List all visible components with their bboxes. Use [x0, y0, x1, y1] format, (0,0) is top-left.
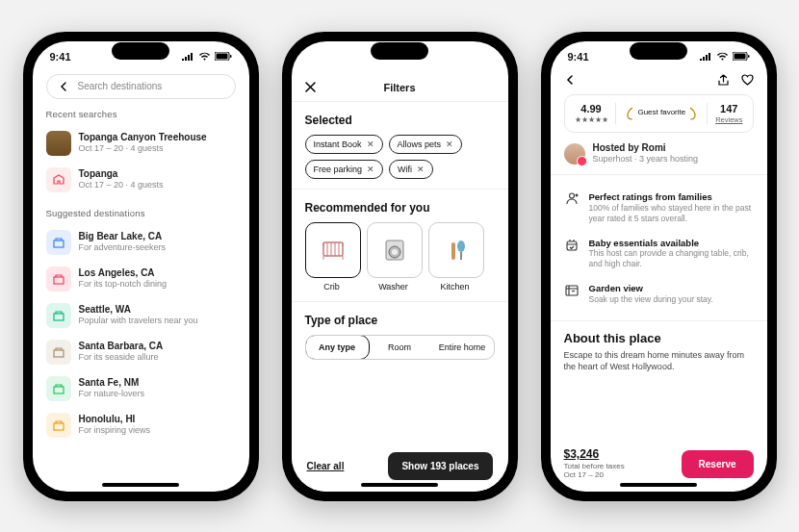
stars-icon: ★★★★★ — [575, 115, 608, 124]
filter-chip[interactable]: Wifi✕ — [389, 160, 433, 179]
svg-rect-12 — [323, 242, 343, 256]
remove-chip-icon[interactable]: ✕ — [446, 139, 453, 149]
suggestion-sub: For its seaside allure — [79, 352, 164, 363]
filter-chip[interactable]: Allows pets✕ — [389, 135, 463, 154]
price-sub: Total before taxes — [564, 462, 625, 470]
search-input[interactable]: Search destinations — [46, 74, 236, 99]
destination-icon — [46, 413, 71, 438]
recent-title: Topanga Canyon Treehouse — [79, 132, 207, 144]
phone-filters: 9:41 Filters Selected Instant Book✕Allow… — [282, 32, 518, 501]
location-icon — [46, 167, 71, 192]
suggestion-item[interactable]: Santa Fe, NMFor nature-lovers — [46, 370, 236, 407]
svg-rect-3 — [54, 241, 64, 247]
about-text: Escape to this dream home minutes away f… — [564, 349, 754, 372]
highlight-item: Baby essentials availableThis host can p… — [564, 231, 754, 276]
suggestion-sub: For inspiring views — [79, 425, 151, 436]
suggestion-item[interactable]: Los Angeles, CAFor its top-notch dining — [46, 261, 236, 297]
type-segmented[interactable]: Any typeRoomEntire home — [305, 335, 495, 360]
rating-card: 4.99 ★★★★★ Guest favorite 147 Reviews — [564, 94, 754, 133]
host-avatar — [564, 143, 585, 165]
notch — [371, 42, 428, 60]
host-row[interactable]: Hosted by Romi Superhost · 3 years hosti… — [564, 142, 754, 165]
signal-icon — [699, 52, 712, 61]
battery-icon — [474, 52, 491, 61]
svg-rect-16 — [451, 242, 455, 260]
share-icon[interactable] — [717, 74, 730, 87]
recent-title: Topanga — [79, 168, 164, 181]
notch — [112, 42, 169, 60]
heart-icon[interactable] — [741, 74, 754, 87]
close-icon[interactable] — [305, 82, 316, 92]
price-dates: Oct 17 – 20 — [564, 470, 625, 479]
suggestion-sub: For nature-lovers — [79, 389, 145, 399]
svg-rect-8 — [54, 423, 64, 430]
svg-point-15 — [392, 249, 398, 255]
svg-rect-4 — [54, 277, 64, 284]
laurel-right-icon — [688, 107, 699, 120]
type-option[interactable]: Any type — [305, 335, 370, 360]
battery-icon — [733, 52, 750, 61]
about-heading: About this place — [564, 331, 754, 345]
suggestion-sub: Popular with travelers near you — [79, 316, 198, 326]
suggestion-title: Los Angeles, CA — [79, 267, 168, 280]
recent-searches-label: Recent searches — [46, 109, 236, 119]
filters-title: Filters — [383, 82, 415, 93]
back-icon[interactable] — [564, 74, 576, 86]
wifi-icon — [716, 52, 729, 61]
svg-rect-18 — [460, 252, 462, 260]
highlight-item: Perfect ratings from families100% of fam… — [564, 185, 754, 230]
svg-rect-7 — [54, 387, 64, 393]
suggestion-title: Honolulu, HI — [79, 414, 151, 426]
battery-icon — [215, 52, 232, 61]
recommended-option[interactable]: Washer — [367, 222, 421, 291]
guest-favorite-badge: Guest favorite — [624, 107, 699, 120]
svg-rect-6 — [54, 350, 64, 357]
listing-thumbnail — [46, 131, 71, 156]
remove-chip-icon[interactable]: ✕ — [417, 165, 425, 174]
filter-chip[interactable]: Instant Book✕ — [305, 135, 383, 154]
suggestion-item[interactable]: Honolulu, HIFor inspiring views — [46, 407, 236, 443]
show-places-button[interactable]: Show 193 places — [388, 452, 492, 480]
status-icons — [699, 52, 750, 61]
filter-chip[interactable]: Free parking✕ — [305, 160, 384, 179]
home-indicator — [102, 483, 179, 487]
suggested-label: Suggested destinations — [46, 208, 236, 218]
wifi-icon — [457, 52, 470, 61]
reserve-button[interactable]: Reserve — [682, 450, 754, 478]
highlight-icon — [564, 191, 580, 223]
recent-item[interactable]: Topanga Canyon Treehouse Oct 17 – 20 · 4… — [46, 125, 236, 162]
type-option[interactable]: Entire home — [431, 336, 494, 359]
notch — [630, 42, 687, 60]
svg-rect-10 — [475, 54, 486, 60]
host-name: Hosted by Romi — [593, 142, 699, 155]
price-value[interactable]: $3,246 — [564, 448, 625, 462]
clear-all-button[interactable]: Clear all — [307, 461, 345, 471]
status-time: 9:41 — [568, 51, 589, 63]
recent-item[interactable]: Topanga Oct 17 – 20 · 4 guests — [46, 162, 236, 198]
reviews-link[interactable]: 147 Reviews — [715, 103, 742, 124]
suggestion-sub: For its top-notch dining — [79, 279, 168, 290]
suggestion-title: Santa Fe, NM — [79, 377, 145, 390]
type-option[interactable]: Room — [369, 336, 431, 359]
suggestion-item[interactable]: Big Bear Lake, CAFor adventure-seekers — [46, 224, 236, 261]
remove-chip-icon[interactable]: ✕ — [367, 165, 374, 174]
svg-rect-1 — [216, 54, 227, 60]
suggestion-title: Santa Barbara, CA — [79, 341, 164, 353]
recent-sub: Oct 17 – 20 · 4 guests — [79, 180, 164, 190]
svg-point-17 — [457, 241, 465, 252]
remove-chip-icon[interactable]: ✕ — [367, 139, 374, 149]
recommended-option[interactable]: Crib — [305, 222, 359, 291]
destination-icon — [46, 230, 71, 255]
laurel-left-icon — [624, 107, 634, 120]
status-time: 9:41 — [309, 51, 330, 63]
suggestion-item[interactable]: Santa Barbara, CAFor its seaside allure — [46, 334, 236, 370]
amenity-icon — [367, 222, 423, 278]
destination-icon — [46, 303, 71, 328]
highlight-icon — [564, 283, 580, 305]
svg-rect-20 — [734, 54, 745, 60]
home-indicator — [361, 483, 438, 487]
suggestion-item[interactable]: Seattle, WAPopular with travelers near y… — [46, 297, 236, 334]
wifi-icon — [198, 52, 211, 61]
rating-value: 4.99 — [580, 103, 601, 115]
recommended-option[interactable]: Kitchen — [428, 222, 482, 291]
